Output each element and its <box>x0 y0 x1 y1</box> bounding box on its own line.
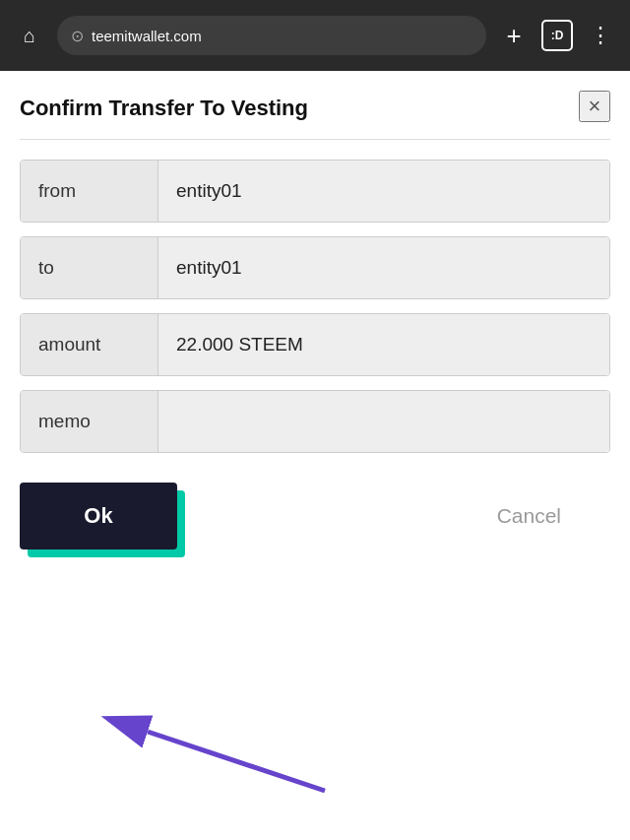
modal-title: Confirm Transfer To Vesting <box>20 95 308 123</box>
menu-dots-icon: ⋮ <box>590 23 612 48</box>
ok-button[interactable]: Ok <box>20 483 177 549</box>
url-text: teemitwallet.com <box>92 28 202 44</box>
memo-value <box>158 391 609 452</box>
to-row: to entity01 <box>20 236 610 299</box>
home-button[interactable]: ⌂ <box>12 18 47 53</box>
browser-menu-button[interactable]: ⋮ <box>583 18 618 53</box>
to-label: to <box>21 237 158 298</box>
address-icon: ⊙ <box>71 27 84 45</box>
cancel-button[interactable]: Cancel <box>477 504 581 528</box>
address-bar[interactable]: ⊙ teemitwallet.com <box>57 16 486 55</box>
home-icon: ⌂ <box>24 25 35 47</box>
modal-dialog: Confirm Transfer To Vesting × from entit… <box>0 71 630 840</box>
add-icon: + <box>506 21 521 51</box>
amount-row: amount 22.000 STEEM <box>20 313 610 376</box>
close-button[interactable]: × <box>579 91 610 122</box>
page-content: Confirm Transfer To Vesting × from entit… <box>0 71 630 840</box>
tab-label: :D <box>551 29 564 42</box>
from-value: entity01 <box>158 161 609 222</box>
to-value: entity01 <box>158 237 609 298</box>
browser-chrome: ⌂ ⊙ teemitwallet.com + :D ⋮ <box>0 0 630 71</box>
from-label: from <box>21 161 158 222</box>
ok-button-wrapper: Ok <box>20 483 177 549</box>
memo-row: memo <box>20 390 610 453</box>
modal-header: Confirm Transfer To Vesting × <box>20 95 610 123</box>
memo-label: memo <box>21 391 158 452</box>
amount-label: amount <box>21 314 158 375</box>
arrow-annotation <box>59 712 335 801</box>
tab-switcher-button[interactable]: :D <box>541 20 573 51</box>
header-divider <box>20 139 610 140</box>
new-tab-button[interactable]: + <box>496 18 532 53</box>
svg-line-1 <box>148 732 325 791</box>
buttons-area: Ok Cancel <box>20 483 610 549</box>
from-row: from entity01 <box>20 160 610 223</box>
amount-value: 22.000 STEEM <box>158 314 609 375</box>
